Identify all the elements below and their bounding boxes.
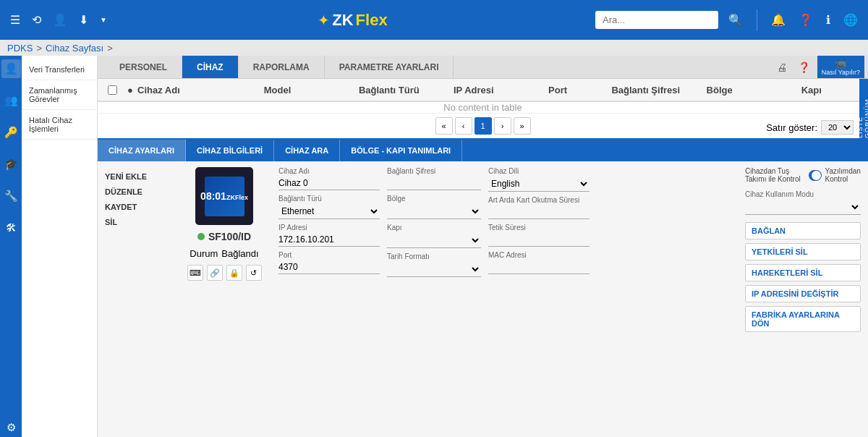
device-screen: 08:01 ZKFlex: [205, 177, 244, 216]
baglanti-sifresi-label: Bağlantı Şifresi: [387, 167, 481, 175]
mode-select-row: Cihaz Kullanım Modu: [745, 190, 861, 215]
device-image-col: 08:01 ZKFlex SF100/ID Durum Bağlandı: [177, 167, 271, 437]
sidebar-item-hatali[interactable]: Hatalı Cihaz İşlemleri: [22, 110, 97, 140]
header-baglanti-turu: Bağlantı Türü: [359, 85, 454, 96]
tab-right-icons: 🖨 ❓ 📹 Nasıl Yapılır?: [773, 56, 868, 78]
bell-icon[interactable]: 🔔: [768, 10, 788, 30]
breadcrumb-cihaz[interactable]: Cihaz Sayfası: [46, 43, 103, 54]
tab-cihaz-bilgileri[interactable]: CİHAZ BİLGİLERİ: [186, 140, 274, 161]
sidebar-icon-person[interactable]: 👤: [1, 59, 21, 78]
sidebar-icon-people[interactable]: 👥: [1, 91, 21, 110]
ip-adresi-input[interactable]: [278, 233, 380, 247]
globe-icon[interactable]: 🌐: [841, 10, 861, 30]
field-cihaz-dili: Cihaz Dili English: [488, 167, 590, 192]
lock-icon[interactable]: 🔒: [226, 265, 242, 281]
sidebar-icon-wrench[interactable]: 🔧: [1, 187, 21, 205]
select-all-checkbox[interactable]: [108, 85, 117, 95]
sidebar-item-zamanlanmis[interactable]: Zamanlanmış Görevler: [22, 80, 97, 110]
device-image: 08:01 ZKFlex: [195, 167, 253, 225]
port-input[interactable]: [278, 260, 380, 274]
sidebar-icon-cap[interactable]: 🎓: [1, 155, 21, 174]
art-arda-input[interactable]: [488, 205, 590, 219]
logo-flex: Flex: [356, 11, 388, 30]
page-next[interactable]: ›: [494, 117, 511, 135]
sidebar-icon-settings[interactable]: ⚙: [4, 418, 19, 437]
cihaz-dili-select[interactable]: English: [488, 177, 590, 192]
tetik-suresi-label: Tetik Süresi: [488, 224, 590, 232]
logo-zk: ZK: [332, 11, 353, 30]
keyboard-icon[interactable]: ⌨: [187, 265, 203, 281]
content-area: PERSONEL CİHAZ RAPORLAMA PARAMETRE AYARL…: [98, 56, 868, 437]
table-body: No content in table: [98, 102, 868, 113]
tetik-suresi-input[interactable]: [488, 233, 590, 247]
refresh-icon[interactable]: ↺: [246, 265, 262, 281]
person-icon[interactable]: 👤: [50, 10, 70, 30]
mac-adresi-input[interactable]: [488, 260, 590, 274]
search-input[interactable]: [595, 11, 718, 29]
header-checkbox[interactable]: [101, 85, 123, 95]
tarih-formati-select[interactable]: [387, 262, 481, 277]
duzenle-button[interactable]: DÜZENLE: [105, 186, 170, 198]
baglan-button[interactable]: BAĞLAN: [745, 222, 861, 239]
page-1[interactable]: 1: [475, 117, 492, 135]
page-prev[interactable]: ‹: [455, 117, 472, 135]
mac-adresi-label: MAC Adresi: [488, 251, 590, 259]
sidebar-icon-tools[interactable]: 🛠: [3, 218, 20, 237]
download-icon[interactable]: ⬇: [76, 10, 91, 30]
print-icon[interactable]: 🖨: [773, 59, 791, 75]
history-icon[interactable]: ⟲: [29, 10, 44, 30]
help-circle-icon[interactable]: ❓: [794, 59, 814, 75]
menu-icon[interactable]: ☰: [7, 10, 23, 30]
link-icon[interactable]: 🔗: [207, 265, 223, 281]
tab-cihaz-ara[interactable]: CİHAZ ARA: [274, 140, 340, 161]
page-last[interactable]: »: [514, 117, 531, 135]
breadcrumb-pdks[interactable]: PDKS: [7, 43, 33, 54]
baglanti-turu-select[interactable]: Ethernet: [278, 204, 380, 219]
port-label: Port: [278, 251, 380, 259]
cihaz-adi-label: Cihaz Adı: [278, 167, 380, 175]
tab-parametre[interactable]: PARAMETRE AYARLARI: [325, 56, 454, 78]
bolge-select[interactable]: [387, 204, 481, 219]
main-tab-bar: PERSONEL CİHAZ RAPORLAMA PARAMETRE AYARL…: [98, 56, 868, 79]
satir-goster-label: Satır göster:: [766, 122, 817, 133]
tab-cihaz-ayarlari[interactable]: CİHAZ AYARLARI: [98, 140, 186, 161]
breadcrumb: PDKS > Cihaz Sayfası >: [0, 40, 868, 56]
ip-degistir-button[interactable]: IP ADRESİNİ DEĞİŞTİR: [745, 285, 861, 302]
kapi-select[interactable]: [387, 233, 481, 248]
sidebar-item-veri-transfer[interactable]: Veri Transferleri: [22, 59, 97, 80]
hareketleri-sil-button[interactable]: HAREKETLERİ SİL: [745, 264, 861, 281]
form-col-1: Cihaz Adı Bağlantı Türü Ethernet IP Adr: [278, 167, 380, 437]
toggle-switch[interactable]: [809, 170, 822, 181]
page-first[interactable]: «: [435, 117, 453, 135]
fabrika-button[interactable]: FABRİKA AYARLARINA DÖN: [745, 306, 861, 332]
sidebar-icon-key[interactable]: 🔑: [1, 123, 21, 142]
yeni-ekle-button[interactable]: YENİ EKLE: [105, 171, 170, 182]
form-col-2: Bağlantı Şifresi Bölge Kapı: [387, 167, 481, 437]
tab-personel[interactable]: PERSONEL: [105, 56, 182, 78]
header-kapi: Kapı: [801, 85, 864, 96]
kaydet-button[interactable]: KAYDET: [105, 201, 170, 213]
baglanti-sifresi-input[interactable]: [387, 177, 481, 190]
yetkileri-sil-button[interactable]: YETKİLERİ SİL: [745, 243, 861, 260]
mode-label: Cihaz Kullanım Modu: [745, 190, 861, 198]
app-logo: ✦ ZKFlex: [110, 11, 595, 30]
breadcrumb-sep2: >: [107, 43, 113, 54]
mode-select[interactable]: [745, 200, 861, 215]
satir-goster-select[interactable]: 20: [821, 120, 854, 135]
cihaz-dili-label: Cihaz Dili: [488, 167, 590, 175]
question-icon[interactable]: ❓: [796, 10, 816, 30]
info-icon[interactable]: ℹ: [823, 10, 833, 30]
download-arrow-icon[interactable]: ▼: [97, 13, 110, 27]
pagination: « ‹ 1 › » Satır göster: 20: [98, 113, 868, 138]
search-icon[interactable]: 🔍: [726, 10, 746, 30]
header-dot: ●: [123, 85, 137, 96]
tab-cihaz[interactable]: CİHAZ: [182, 56, 239, 78]
status-dot: [197, 233, 205, 240]
tab-raporlama[interactable]: RAPORLAMA: [239, 56, 325, 78]
field-kapi: Kapı: [387, 224, 481, 248]
sil-button[interactable]: SİL: [105, 216, 170, 228]
cihaz-adi-input[interactable]: [278, 177, 380, 190]
field-mac-adresi: MAC Adresi: [488, 251, 590, 274]
nasil-yapar-button[interactable]: 📹 Nasıl Yapılır?: [817, 56, 864, 78]
tab-bolge-kapi[interactable]: BÖLGE - KAPI TANIMLARI: [340, 140, 462, 161]
